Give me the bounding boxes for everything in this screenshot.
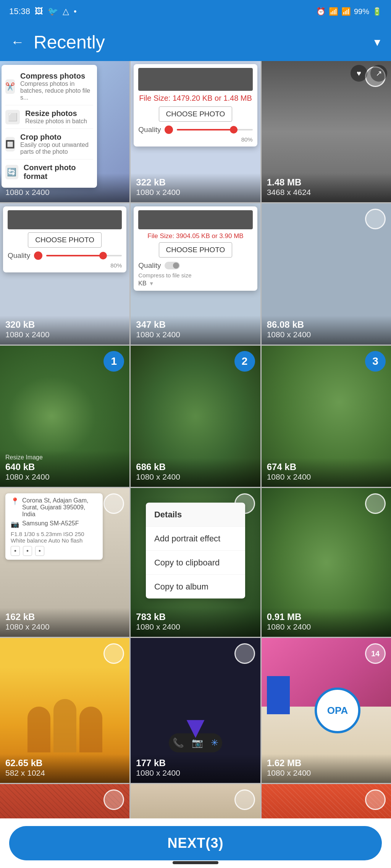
choose-photo-button-3[interactable]: CHOOSE PHOTO xyxy=(159,242,233,258)
photo-info-4-2: 783 kB 1080 x 2400 xyxy=(131,608,260,637)
compress-tool3-panel[interactable]: File Size: 3904.05 KB or 3.90 MB CHOOSE … xyxy=(134,206,257,291)
photo-cell-1-2[interactable]: File Size: 1479.20 KB or 1.48 MB CHOOSE … xyxy=(131,61,260,202)
photo-cell-4-3[interactable]: 0.91 MB 1080 x 2400 xyxy=(262,488,391,637)
photo-info-5-3: 1.62 MB 1080 x 2400 xyxy=(262,754,391,783)
resize-label: Resize photos xyxy=(25,109,87,118)
selection-circle-4-1[interactable] xyxy=(103,493,124,514)
photo-cell-3-1[interactable]: 1 Resize Image 640 kB 1080 x 2400 xyxy=(0,346,129,487)
photo-size: 177 kB xyxy=(136,758,255,768)
kb-value: KB xyxy=(138,280,146,287)
photo-dims: 1080 x 2400 xyxy=(5,472,124,482)
photo-info-1-3: 1.48 MB 3468 x 4624 xyxy=(262,173,391,202)
wifi-icon: 📶 xyxy=(329,7,338,16)
selection-circle-6-2[interactable] xyxy=(234,789,255,810)
selection-circle-2-3[interactable] xyxy=(365,209,386,229)
photo-cell-2-1[interactable]: CHOOSE PHOTO Quality 80% 320 kB 1080 x 2… xyxy=(0,203,129,345)
context-menu-copy-clipboard[interactable]: Copy to clipboard xyxy=(146,551,245,575)
dropdown-button[interactable]: ▾ xyxy=(374,35,380,49)
photo-info-2-2: 347 kB 1080 x 2400 xyxy=(131,316,260,345)
quality-dot xyxy=(165,126,173,134)
photo-cell-4-2[interactable]: Details Add portrait effect Copy to clip… xyxy=(131,488,260,637)
photo-size: 1.48 MB xyxy=(267,177,386,188)
battery-icon: 🔋 xyxy=(372,7,382,16)
status-bar: 15:38 🖼 🐦 △ • ⏰ 📶 📶 99% 🔋 xyxy=(0,0,391,23)
quality-slider[interactable] xyxy=(177,129,252,130)
convert-format-item[interactable]: 🔄 Convert photo format xyxy=(5,159,93,185)
photo-cell-4-1[interactable]: 📍 Corona St, Adajan Gam, Surat, Gujarati… xyxy=(0,488,129,637)
photo-size: 1.62 MB xyxy=(267,758,386,768)
photo-cell-5-3[interactable]: OPA 14 1.62 MB 1080 x 2400 xyxy=(262,638,391,783)
photo-info-5-2: 177 kB 1080 x 2400 xyxy=(131,754,260,783)
bluetooth-icon: ✳ xyxy=(211,738,218,748)
photo-info-4-3: 0.91 MB 1080 x 2400 xyxy=(262,608,391,637)
back-button[interactable]: ← xyxy=(11,34,24,50)
badge-1: 1 xyxy=(103,351,124,372)
gallery-icon: 🖼 xyxy=(35,6,43,16)
bottom-bar: NEXT(3) xyxy=(0,818,391,868)
next-button[interactable]: NEXT(3) xyxy=(9,826,382,860)
compress-tool2-panel[interactable]: CHOOSE PHOTO Quality 80% xyxy=(3,206,126,272)
selection-circle-6-1[interactable] xyxy=(103,789,124,810)
context-menu-copy-album[interactable]: Copy to album xyxy=(146,575,245,598)
share-button[interactable]: ↗ xyxy=(370,65,387,82)
selection-circle-5-1[interactable] xyxy=(103,643,124,664)
photo-info-4-1: 162 kB 1080 x 2400 xyxy=(0,608,129,637)
quality-toggle[interactable] xyxy=(165,262,180,269)
quality-row: Quality xyxy=(138,126,252,134)
choose-photo-button-2[interactable]: CHOOSE PHOTO xyxy=(28,232,102,248)
crop-photo-item[interactable]: 🔲 Crop photo Easily crop out unwanted pa… xyxy=(5,129,93,159)
selection-circle-4-3[interactable] xyxy=(365,493,386,514)
resize-photos-item[interactable]: ⬜ Resize photos Resize photos in batch xyxy=(5,105,93,129)
context-menu-panel[interactable]: Details Add portrait effect Copy to clip… xyxy=(146,502,245,598)
photo-cell-6-3[interactable] xyxy=(262,784,391,818)
photo-cell-5-1[interactable]: 62.65 kB 582 x 1024 xyxy=(0,638,129,783)
photo-cell-1-1[interactable]: ✂️ Compress photos Compress photos in ba… xyxy=(0,61,129,202)
quality-row-3: Quality xyxy=(138,261,252,270)
photo-cell-6-1[interactable] xyxy=(0,784,129,818)
quality-value: 80% xyxy=(138,136,252,143)
quality-slider-2[interactable] xyxy=(46,255,122,256)
selection-circle-5-3[interactable]: 14 xyxy=(365,643,386,664)
gps-address: Corona St, Adajan Gam, Surat, Gujarati 3… xyxy=(22,497,97,518)
photo-cell-5-2[interactable]: 📞 📷 ✳ ▼ 177 kB 1080 x 2400 xyxy=(131,638,260,783)
choose-photo-button[interactable]: CHOOSE PHOTO xyxy=(159,106,233,122)
photo-dims: 1080 x 2400 xyxy=(136,622,255,631)
photo-cell-6-2[interactable]: ▼ xyxy=(131,784,260,818)
photo-cell-2-3[interactable]: 86.08 kB 1080 x 2400 xyxy=(262,203,391,345)
gps-info-panel: 📍 Corona St, Adajan Gam, Surat, Gujarati… xyxy=(5,493,103,560)
photo-dims: 1080 x 2400 xyxy=(267,622,386,631)
photo-info-1-2: 322 kB 1080 x 2400 xyxy=(131,173,260,202)
twitter-icon: 🐦 xyxy=(48,6,58,16)
compress-tool-panel[interactable]: File Size: 1479.20 KB or 1.48 MB CHOOSE … xyxy=(134,64,257,147)
photo-size: 686 kB xyxy=(136,462,255,472)
compress-menu-panel[interactable]: ✂️ Compress photos Compress photos in ba… xyxy=(2,65,97,188)
badge-3: 3 xyxy=(365,351,386,372)
photo-cell-1-3[interactable]: ♥ ↗ 1.48 MB 3468 x 4624 xyxy=(262,61,391,202)
slider-thumb xyxy=(99,252,107,259)
crop-icon: 🔲 xyxy=(5,137,15,151)
quality-label: Quality xyxy=(8,251,30,260)
context-menu-portrait[interactable]: Add portrait effect xyxy=(146,527,245,551)
info-tag1: • xyxy=(11,546,20,556)
context-menu-details[interactable]: Details xyxy=(146,502,245,527)
photo-cell-3-3[interactable]: 3 674 kB 1080 x 2400 xyxy=(262,346,391,487)
selection-circle-5-2[interactable] xyxy=(234,643,255,664)
photo-info-5-1: 62.65 kB 582 x 1024 xyxy=(0,754,129,783)
photo-dims: 3468 x 4624 xyxy=(267,188,386,197)
photo-size: 783 kB xyxy=(136,612,255,622)
status-right: ⏰ 📶 📶 99% 🔋 xyxy=(316,7,382,16)
selection-circle-6-3[interactable] xyxy=(365,789,386,810)
resize-desc: Resize photos in batch xyxy=(25,118,87,125)
heart-button[interactable]: ♥ xyxy=(351,65,367,82)
photo-cell-3-2[interactable]: 2 686 kB 1080 x 2400 xyxy=(131,346,260,487)
photo-dims: 1080 x 2400 xyxy=(136,472,255,482)
photo-cell-2-2[interactable]: File Size: 3904.05 KB or 3.90 MB CHOOSE … xyxy=(131,203,260,345)
thumbnail-preview xyxy=(138,68,252,91)
quality-label: Quality xyxy=(138,126,161,134)
heart-share-bar: ♥ ↗ xyxy=(351,65,387,82)
status-time: 15:38 xyxy=(9,6,30,16)
photo-dims: 1080 x 2400 xyxy=(5,622,124,631)
photo-dims: 582 x 1024 xyxy=(5,768,124,778)
compress-label: Compress photos xyxy=(20,72,93,81)
compress-photos-item[interactable]: ✂️ Compress photos Compress photos in ba… xyxy=(5,68,93,105)
